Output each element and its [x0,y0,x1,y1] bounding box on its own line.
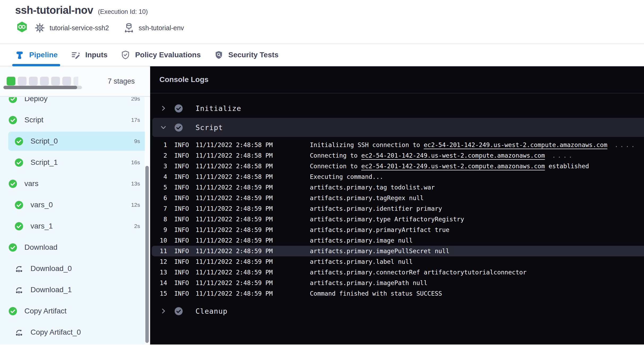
log-line[interactable]: 11 INFO 11/11/2022 2:48:59 PM artifacts.… [150,246,644,256]
stage-row-vars-0[interactable]: vars_0 12s [0,194,150,215]
log-line[interactable]: 15 INFO 11/11/2022 2:48:59 PM Command fi… [150,288,644,299]
gray-check-icon [174,307,183,316]
environment-name-link[interactable]: ssh-tutorial-env [139,24,184,32]
log-line[interactable]: 6 INFO 11/11/2022 2:48:59 PM artifacts.p… [150,193,644,203]
chevron-right-icon [160,105,167,111]
log-lines: 1 INFO 11/11/2022 2:48:58 PM Initializin… [150,140,644,299]
log-line[interactable]: 10 INFO 11/11/2022 2:48:59 PM artifacts.… [150,235,644,246]
stage-row-vars[interactable]: vars 13s [0,173,150,194]
log-level: INFO [174,290,189,297]
host-link[interactable]: ec2-54-201-142-249.us-west-2.compute.ama… [361,152,545,159]
pipeline-execution-page: ssh-tutorial-nov (Execution Id: 10) tuto… [0,0,644,345]
log-timestamp: 11/11/2022 2:48:59 PM [195,269,273,276]
log-line[interactable]: 13 INFO 11/11/2022 2:48:59 PM artifacts.… [150,267,644,278]
log-line-number: 10 [150,237,167,244]
stage-row-download-0[interactable]: Download_0 [0,258,150,279]
stage-label: vars_0 [31,201,53,209]
command-step-icon [15,286,23,294]
log-message: Executing command... [310,173,383,180]
log-level: INFO [174,205,189,212]
log-line[interactable]: 2 INFO 11/11/2022 2:48:58 PM Connecting … [150,150,644,161]
log-line[interactable]: 8 INFO 11/11/2022 2:48:59 PM artifacts.p… [150,214,644,225]
stage-duration: 2s [134,223,140,229]
service-name-link[interactable]: tutorial-service-ssh2 [50,24,109,32]
log-timestamp: 11/11/2022 2:48:58 PM [195,173,273,180]
log-line-number: 15 [150,290,167,297]
tab-pipeline[interactable]: Pipeline [15,44,58,66]
stage-duration: 9s [134,138,140,144]
console-panel: Console Logs Initialize Script 1 INFO 11… [150,66,644,344]
log-timestamp: 11/11/2022 2:48:59 PM [195,184,273,191]
log-message: Connecting to ec2-54-201-142-249.us-west… [310,152,574,159]
stage-row-script-0[interactable]: Script_0 9s [0,131,150,152]
log-timestamp: 11/11/2022 2:48:59 PM [195,216,273,223]
horizontal-scrollbar-thumb[interactable] [3,86,77,89]
environment-database-icon [123,22,134,33]
tab-policy-evaluations[interactable]: Policy Evaluations [121,44,201,66]
log-section-cleanup[interactable]: Cleanup [150,301,644,321]
log-timestamp: 11/11/2022 2:48:59 PM [195,248,273,255]
stage-row-copy-artifact[interactable]: Copy Artifact [0,300,150,322]
stage-label: vars_1 [31,222,53,230]
success-check-icon [15,137,23,145]
log-message: artifacts.primary.label null [310,258,413,265]
log-line[interactable]: 3 INFO 11/11/2022 2:48:58 PM Connection … [150,161,644,171]
stage-row-script-1[interactable]: Script_1 16s [0,152,150,173]
chevron-down-icon [160,124,167,131]
stage-label: Deploy [24,97,47,103]
log-timestamp: 11/11/2022 2:48:58 PM [195,163,273,170]
log-line[interactable]: 9 INFO 11/11/2022 2:48:59 PM artifacts.p… [150,225,644,235]
stage-row-download[interactable]: Download [0,237,150,258]
log-message: artifacts.primary.tagRegex null [310,195,424,201]
log-line[interactable]: 14 INFO 11/11/2022 2:48:59 PM artifacts.… [150,278,644,288]
log-section-initialize[interactable]: Initialize [150,99,644,118]
log-line[interactable]: 1 INFO 11/11/2022 2:48:58 PM Initializin… [150,140,644,150]
log-message: Command finished with status SUCCESS [310,290,442,297]
stage-row-copy-artifact-0[interactable]: Copy Artifact_0 [0,322,150,343]
stage-duration: 16s [131,159,140,166]
stage-progress-square [51,77,60,85]
tab-label: Inputs [85,51,107,59]
log-section-script[interactable]: Script [152,118,644,137]
log-line[interactable]: 12 INFO 11/11/2022 2:48:59 PM artifacts.… [150,256,644,267]
log-line-number: 4 [150,173,167,180]
stage-progress-square [40,77,49,85]
stage-row-download-1[interactable]: Download_1 [0,279,150,300]
console-header: Console Logs [150,66,644,93]
stage-duration: 17s [131,117,140,123]
tab-security-tests[interactable]: Security Tests [214,44,279,66]
log-line-number: 11 [150,248,167,255]
content-split: 7 stages Deploy 29s Script 17s Script_0 … [0,66,644,344]
stage-row-vars-1[interactable]: vars_1 2s [0,215,150,237]
stage-progress-squares [7,77,78,85]
log-line-number: 14 [150,279,167,286]
log-line[interactable]: 5 INFO 11/11/2022 2:48:59 PM artifacts.p… [150,182,644,193]
stage-row-script[interactable]: Script 17s [0,109,150,131]
stage-row-deploy[interactable]: Deploy 29s [0,97,150,109]
log-line-number: 7 [150,205,167,212]
gear-icon [34,22,45,33]
vertical-scrollbar-track [145,97,150,344]
vertical-scrollbar-thumb[interactable] [145,166,149,343]
log-message: artifacts.primary.connectorRef artifacto… [310,269,526,276]
log-line-number: 1 [150,141,167,148]
console-log-body: Initialize Script 1 INFO 11/11/2022 2:48… [150,93,644,321]
stage-list: Deploy 29s Script 17s Script_0 9s Script… [0,97,150,344]
stage-count-label: 7 stages [108,77,135,85]
log-level: INFO [174,279,189,286]
pipeline-icon [15,50,24,60]
host-link[interactable]: ec2-54-201-142-249.us-west-2.compute.ama… [424,141,607,148]
log-line[interactable]: 7 INFO 11/11/2022 2:48:59 PM artifacts.p… [150,203,644,214]
tab-inputs[interactable]: Inputs [71,44,107,66]
log-line-number: 3 [150,163,167,170]
log-timestamp: 11/11/2022 2:48:59 PM [195,205,273,212]
log-line-number: 9 [150,226,167,233]
log-timestamp: 11/11/2022 2:48:58 PM [195,141,273,148]
stage-label: Copy Artifact [24,307,67,315]
log-section-label: Script [195,123,223,132]
log-line[interactable]: 4 INFO 11/11/2022 2:48:58 PM Executing c… [150,171,644,182]
host-link[interactable]: ec2-54-201-142-249.us-west-2.compute.ama… [361,163,545,170]
success-check-icon [9,243,17,252]
stage-label: Script_1 [31,158,58,167]
stage-progress-square [7,77,15,85]
